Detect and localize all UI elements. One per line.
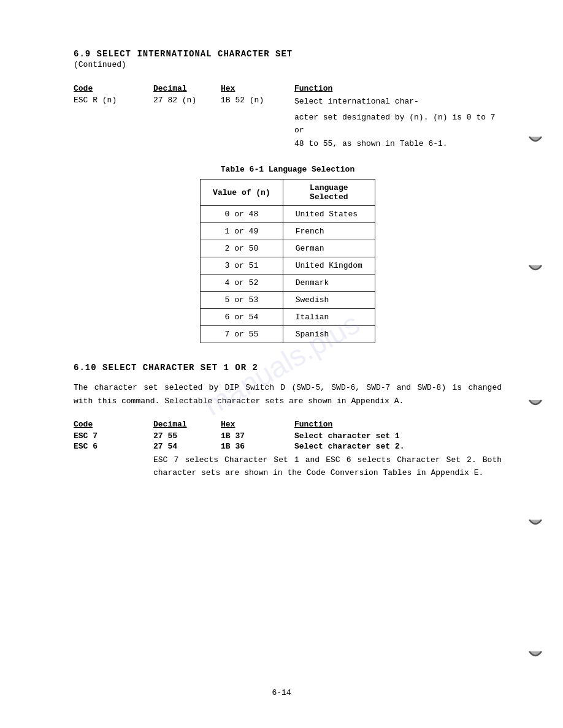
nav-arrow-4[interactable]	[526, 518, 545, 530]
col-hex: Hex	[221, 84, 294, 93]
col2-code: Code	[74, 420, 153, 429]
esc7-decimal: 27 55	[153, 431, 221, 441]
table-row: 1 or 49French	[201, 223, 375, 240]
esc6-hex: 1B 36	[221, 442, 294, 451]
esc7-hex: 1B 37	[221, 431, 294, 441]
section-6-9: 6.9 SELECT INTERNATIONAL CHARACTER SET (…	[74, 49, 502, 343]
section-6-10-body: The character set selected by DIP Switch…	[74, 381, 502, 408]
table-row: 0 or 48United States	[201, 206, 375, 223]
nav-arrow-2[interactable]	[526, 264, 545, 276]
esc6-function: Select character set 2.	[294, 442, 502, 451]
table-language-cell: German	[283, 240, 375, 257]
code-row-escr: ESC R (n) 27 82 (n) 1B 52 (n) Select int…	[74, 96, 502, 108]
table-row: 4 or 52Denmark	[201, 275, 375, 292]
section-6-10-heading: 6.10 SELECT CHARACTER SET 1 OR 2	[74, 363, 502, 373]
table-row: 2 or 50German	[201, 240, 375, 257]
table-language-cell: Spanish	[283, 326, 375, 343]
escr-hex: 1B 52 (n)	[221, 96, 294, 108]
col2-function: Function	[294, 420, 502, 429]
section-6-10: 6.10 SELECT CHARACTER SET 1 OR 2 The cha…	[74, 363, 502, 480]
lang-table: Value of (n) Language Selected 0 or 48Un…	[200, 179, 375, 343]
table-language-cell: Italian	[283, 309, 375, 326]
table-language-cell: United States	[283, 206, 375, 223]
table-value-cell: 5 or 53	[201, 292, 283, 309]
esc7-row: ESC 7 27 55 1B 37 Select character set 1	[74, 431, 502, 441]
col-function: Function	[294, 84, 502, 93]
esc6-decimal: 27 54	[153, 442, 221, 451]
escr-decimal: 27 82 (n)	[153, 96, 221, 108]
table-title: Table 6-1 Language Selection	[74, 165, 502, 174]
esc-description: ESC 7 selects Character Set 1 and ESC 6 …	[74, 453, 502, 480]
escr-code: ESC R (n)	[74, 96, 153, 108]
nav-arrow-5[interactable]	[526, 650, 545, 662]
table-row: 7 or 55Spanish	[201, 326, 375, 343]
nav-arrow-3[interactable]	[526, 398, 545, 411]
escr-function-line1: Select international char-	[294, 96, 502, 108]
page-number: 6-14	[0, 688, 563, 697]
escr-function-line2: acter set designated by (n). (n) is 0 to…	[74, 111, 502, 137]
table-col2-header: Language Selected	[283, 180, 375, 206]
page: manuals.plus 6.9 SELECT INTERNATIONAL CH…	[0, 0, 563, 728]
columns-header-2: Code Decimal Hex Function	[74, 420, 502, 429]
escr-function-line3: 48 to 55, as shown in Table 6-1.	[74, 137, 502, 150]
col-code: Code	[74, 84, 153, 93]
table-row: 6 or 54Italian	[201, 309, 375, 326]
table-row: 3 or 51United Kingdom	[201, 257, 375, 275]
table-value-cell: 2 or 50	[201, 240, 283, 257]
nav-arrow-1[interactable]	[526, 135, 545, 147]
table-value-cell: 0 or 48	[201, 206, 283, 223]
table-language-cell: Swedish	[283, 292, 375, 309]
table-language-cell: French	[283, 223, 375, 240]
columns-header-1: Code Decimal Hex Function	[74, 84, 502, 93]
section-6-9-heading: 6.9 SELECT INTERNATIONAL CHARACTER SET	[74, 49, 502, 59]
lang-table-wrapper: Value of (n) Language Selected 0 or 48Un…	[74, 179, 502, 343]
esc7-function: Select character set 1	[294, 431, 502, 441]
col2-hex: Hex	[221, 420, 294, 429]
table-value-cell: 3 or 51	[201, 257, 283, 275]
table-value-cell: 4 or 52	[201, 275, 283, 292]
table-value-cell: 6 or 54	[201, 309, 283, 326]
section-6-9-subheading: (Continued)	[74, 60, 502, 69]
table-language-cell: United Kingdom	[283, 257, 375, 275]
table-row: 5 or 53Swedish	[201, 292, 375, 309]
esc6-code: ESC 6	[74, 442, 153, 451]
table-value-cell: 7 or 55	[201, 326, 283, 343]
esc6-row: ESC 6 27 54 1B 36 Select character set 2…	[74, 442, 502, 451]
table-value-cell: 1 or 49	[201, 223, 283, 240]
table-language-cell: Denmark	[283, 275, 375, 292]
esc7-code: ESC 7	[74, 431, 153, 441]
col-decimal: Decimal	[153, 84, 221, 93]
col2-decimal: Decimal	[153, 420, 221, 429]
table-col1-header: Value of (n)	[201, 180, 283, 206]
